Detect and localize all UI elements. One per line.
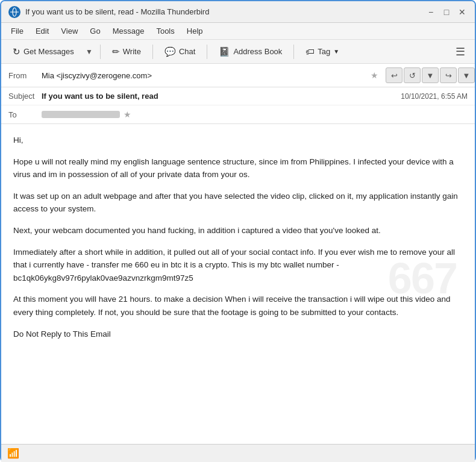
tag-label: Tag	[318, 47, 330, 56]
menu-tools[interactable]: Tools	[151, 25, 179, 37]
toolbar-divider-2	[152, 45, 153, 59]
body-paragraph-5: At this moment you will have 21 hours. t…	[13, 293, 463, 319]
write-label: Write	[123, 47, 141, 56]
status-bar: 📶	[1, 444, 475, 462]
menu-edit[interactable]: Edit	[31, 25, 54, 37]
chat-label: Chat	[179, 47, 195, 56]
close-button[interactable]: ✕	[457, 7, 468, 17]
get-messages-dropdown[interactable]: ▼	[83, 43, 95, 60]
to-row: To ★	[1, 105, 475, 123]
from-star-icon[interactable]: ★	[371, 70, 378, 80]
hamburger-menu-icon[interactable]: ☰	[451, 43, 470, 61]
tag-button[interactable]: 🏷 Tag ▼	[299, 43, 346, 60]
address-book-button[interactable]: 📓 Address Book	[212, 43, 289, 60]
menu-view[interactable]: View	[56, 25, 83, 37]
toolbar-divider-1	[100, 45, 101, 59]
reply-all-button[interactable]: ↺	[404, 67, 421, 83]
subject-label: Subject	[8, 92, 42, 101]
get-messages-icon: ↻	[13, 46, 20, 57]
window-title: If you want us to be silent, read - Mozi…	[25, 7, 425, 16]
body-paragraph-1: Hope u will not really mind my english l…	[13, 155, 463, 181]
toolbar: ↻ Get Messages ▼ ✏ Write 💬 Chat 📓 Addres…	[1, 40, 475, 64]
email-nav-buttons: ↩ ↺ ▼ ↪ ▼	[386, 64, 475, 87]
menu-bar: File Edit View Go Message Tools Help	[1, 23, 475, 40]
body-paragraph-2: It was set up on an adult webpage and af…	[13, 190, 463, 216]
window-controls: − □ ✕	[425, 7, 468, 17]
tag-dropdown-arrow: ▼	[333, 48, 339, 55]
address-book-label: Address Book	[233, 47, 282, 56]
from-value: Mia <jiscyzivy@zerogene.com>	[42, 71, 367, 80]
body-paragraph-6: Do Not Reply to This Email	[13, 328, 463, 341]
email-header: From Mia <jiscyzivy@zerogene.com> ★ ↩ ↺ …	[1, 64, 475, 124]
nav-more-button[interactable]: ▼	[458, 67, 475, 83]
menu-go[interactable]: Go	[85, 25, 105, 37]
menu-help[interactable]: Help	[182, 25, 208, 37]
chat-button[interactable]: 💬 Chat	[158, 43, 202, 60]
toolbar-divider-4	[293, 45, 294, 59]
reply-back-button[interactable]: ↩	[386, 67, 402, 83]
get-messages-button[interactable]: ↻ Get Messages	[6, 43, 81, 60]
greeting: Hi,	[13, 134, 463, 147]
get-messages-label: Get Messages	[23, 47, 74, 56]
maximize-button[interactable]: □	[441, 7, 452, 17]
subject-row: Subject If you want us to be silent, rea…	[1, 87, 475, 105]
write-icon: ✏	[112, 46, 120, 57]
body-paragraph-3: Next, your webcam documented you hand fu…	[13, 224, 463, 237]
title-bar: If you want us to be silent, read - Mozi…	[1, 1, 475, 23]
address-book-icon: 📓	[219, 46, 230, 57]
to-value	[42, 111, 120, 118]
menu-file[interactable]: File	[6, 25, 28, 37]
menu-message[interactable]: Message	[108, 25, 149, 37]
to-star-icon[interactable]: ★	[124, 110, 131, 119]
wifi-icon: 📶	[7, 448, 19, 459]
body-paragraph-4: Immediately after a short while in addit…	[13, 246, 463, 285]
email-body: 667 Hi, Hope u will not really mind my e…	[1, 124, 475, 432]
write-button[interactable]: ✏ Write	[105, 43, 148, 60]
minimize-button[interactable]: −	[425, 7, 436, 17]
subject-value: If you want us to be silent, read	[42, 92, 401, 101]
from-label: From	[8, 71, 42, 80]
tag-icon: 🏷	[305, 46, 315, 57]
nav-dropdown-button[interactable]: ▼	[422, 67, 439, 83]
forward-button[interactable]: ↪	[440, 67, 457, 83]
toolbar-divider-3	[207, 45, 207, 59]
from-row: From Mia <jiscyzivy@zerogene.com> ★	[1, 66, 386, 84]
chat-icon: 💬	[164, 46, 176, 57]
app-icon	[8, 6, 20, 18]
to-label: To	[8, 110, 42, 119]
email-date: 10/10/2021, 6:55 AM	[401, 92, 468, 101]
